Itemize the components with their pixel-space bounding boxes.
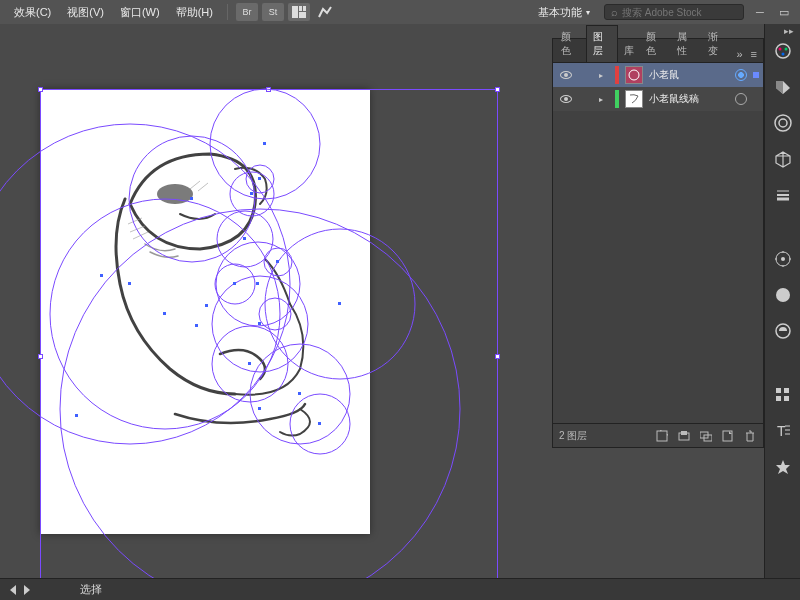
menu-help[interactable]: 帮助(H)	[170, 3, 219, 22]
layers-panel: 颜色 图层 库 颜色 属性 渐变 » ≡ ▸ 小老鼠 ▸ 小老鼠线稿	[552, 38, 764, 448]
selection-handle-w[interactable]	[38, 354, 43, 359]
trash-icon	[744, 430, 756, 442]
status-tool-label: 选择	[80, 582, 102, 597]
selection-handle-e[interactable]	[495, 354, 500, 359]
layer-list: ▸ 小老鼠 ▸ 小老鼠线稿	[553, 63, 763, 423]
search-box[interactable]: ⌕	[604, 4, 744, 20]
search-input[interactable]	[622, 7, 722, 18]
expand-toggle[interactable]: ▸	[599, 95, 609, 104]
delete-layer-button[interactable]	[743, 429, 757, 443]
dock-symbols-button[interactable]	[771, 456, 795, 478]
dock-align-button[interactable]: T	[771, 420, 795, 442]
search-icon: ⌕	[611, 6, 618, 18]
selection-bounds[interactable]	[40, 89, 498, 600]
svg-point-54	[779, 119, 787, 127]
svg-point-64	[776, 288, 790, 302]
tab-properties[interactable]: 属性	[671, 26, 702, 62]
svg-point-51	[784, 48, 787, 51]
cube-icon	[774, 150, 792, 168]
make-clipping-mask-button[interactable]	[677, 429, 691, 443]
svg-point-50	[778, 48, 781, 51]
dock-appearance-button[interactable]	[771, 320, 795, 342]
bridge-button[interactable]: Br	[236, 3, 258, 21]
next-artboard-button[interactable]	[24, 585, 30, 595]
minimize-button[interactable]: ─	[752, 5, 768, 19]
svg-rect-66	[776, 388, 781, 393]
workspace-switcher[interactable]: 基本功能 ▾	[532, 3, 596, 22]
selection-handle-ne[interactable]	[495, 87, 500, 92]
panel-menu-button[interactable]: ≡	[747, 46, 761, 62]
expand-toggle[interactable]: ▸	[599, 71, 609, 80]
panel-tabs: 颜色 图层 库 颜色 属性 渐变 » ≡	[553, 39, 763, 63]
dock-transparency-button[interactable]	[771, 284, 795, 306]
selection-handle-n[interactable]	[266, 87, 271, 92]
svg-point-53	[775, 115, 791, 131]
workspace-label-text: 基本功能	[538, 5, 582, 20]
grid-icon	[774, 386, 792, 404]
layer-row[interactable]: ▸ 小老鼠	[553, 63, 763, 87]
svg-rect-68	[776, 396, 781, 401]
visibility-toggle[interactable]	[557, 71, 575, 79]
appearance-icon	[774, 322, 792, 340]
separator	[227, 4, 228, 20]
svg-rect-45	[681, 431, 687, 435]
locate-icon	[656, 430, 668, 442]
dock-cc-libraries-button[interactable]	[771, 112, 795, 134]
dock-gradient-button[interactable]	[771, 248, 795, 270]
mask-icon	[678, 430, 690, 442]
svg-rect-67	[784, 388, 789, 393]
panel-overflow-button[interactable]: »	[732, 46, 746, 62]
cloud-icon	[774, 114, 792, 132]
svg-rect-3	[299, 12, 306, 18]
svg-rect-69	[784, 396, 789, 401]
layer-count: 2 图层	[559, 429, 587, 443]
selection-handle-nw[interactable]	[38, 87, 43, 92]
sublayer-icon	[700, 430, 712, 442]
tab-libraries[interactable]: 库	[618, 40, 640, 62]
arrange-docs-button[interactable]	[288, 3, 310, 21]
visibility-toggle[interactable]	[557, 95, 575, 103]
tab-color[interactable]: 颜色	[555, 26, 586, 62]
dock-graphic-styles-button[interactable]	[771, 384, 795, 406]
tab-layers[interactable]: 图层	[586, 25, 619, 62]
dock-color-button[interactable]	[771, 40, 795, 62]
layer-color-chip	[615, 90, 619, 108]
dock-swatches-button[interactable]	[771, 76, 795, 98]
target-button[interactable]	[735, 93, 747, 105]
menubar: 效果(C) 视图(V) 窗口(W) 帮助(H) Br St 基本功能 ▾ ⌕ ─…	[0, 0, 800, 24]
eye-icon	[560, 71, 572, 79]
layer-name[interactable]: 小老鼠线稿	[649, 92, 729, 106]
locate-object-button[interactable]	[655, 429, 669, 443]
new-layer-button[interactable]	[721, 429, 735, 443]
menu-view[interactable]: 视图(V)	[61, 3, 110, 22]
stroke-icon	[774, 186, 792, 204]
transparency-icon	[774, 286, 792, 304]
target-button[interactable]	[735, 69, 747, 81]
type-icon: T	[774, 422, 792, 440]
prev-artboard-button[interactable]	[10, 585, 16, 595]
dock-collapse-button[interactable]: ▸▸	[784, 26, 794, 36]
new-sublayer-button[interactable]	[699, 429, 713, 443]
dock-stroke-button[interactable]	[771, 184, 795, 206]
chevron-down-icon: ▾	[586, 8, 590, 17]
right-dock: ▸▸ T	[764, 24, 800, 600]
layer-row[interactable]: ▸ 小老鼠线稿	[553, 87, 763, 111]
tab-gradient[interactable]: 渐变	[702, 26, 733, 62]
svg-point-42	[629, 70, 639, 80]
eye-icon	[560, 95, 572, 103]
dock-brushes-button[interactable]	[771, 148, 795, 170]
tab-color2[interactable]: 颜色	[640, 26, 671, 62]
stock-button[interactable]: St	[262, 3, 284, 21]
svg-rect-2	[303, 6, 306, 11]
menu-effects[interactable]: 效果(C)	[8, 3, 57, 22]
layer-thumbnail	[625, 66, 643, 84]
gpu-preview-button[interactable]	[314, 3, 336, 21]
palette-icon	[774, 42, 792, 60]
panel-footer: 2 图层	[553, 423, 763, 447]
gradient-icon	[774, 250, 792, 268]
menu-window[interactable]: 窗口(W)	[114, 3, 166, 22]
layer-thumbnail	[625, 90, 643, 108]
svg-text:T: T	[777, 423, 786, 439]
layer-name[interactable]: 小老鼠	[649, 68, 729, 82]
restore-button[interactable]: ▭	[776, 5, 792, 19]
